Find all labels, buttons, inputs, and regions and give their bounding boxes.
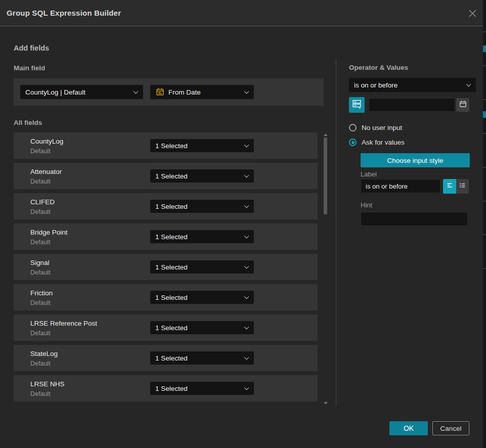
field-selection-value: 1 Selected (155, 142, 188, 150)
main-field-heading: Main field (14, 64, 45, 72)
calendar-icon (459, 100, 467, 110)
radio-ask-for-values[interactable]: Ask for values (349, 139, 405, 146)
field-type: Default (30, 360, 51, 367)
field-selection-dropdown[interactable]: 1 Selected (150, 321, 254, 334)
ok-button[interactable]: OK (389, 421, 428, 435)
dialog-title: Group SQL Expression Builder (7, 0, 121, 26)
field-name: StateLog (30, 350, 58, 357)
field-name: CountyLog (30, 138, 63, 145)
label-caption: Label (361, 170, 377, 178)
field-name: Friction (30, 289, 53, 297)
field-name: Signal (30, 259, 50, 266)
edge-divider (483, 234, 486, 235)
edge-divider (483, 133, 486, 134)
edge-divider (483, 99, 486, 100)
edge-divider (483, 268, 486, 269)
radio-circle-icon (349, 124, 357, 131)
stacked-inputs-icon (351, 99, 362, 111)
chevron-down-icon (244, 294, 249, 299)
date-picker-button[interactable] (456, 98, 469, 112)
chevron-down-icon (244, 355, 249, 360)
scrollbar-down-arrow-icon[interactable] (324, 402, 328, 405)
background-app-edge (483, 0, 486, 448)
field-type: Default (30, 269, 51, 276)
field-selection-value: 1 Selected (155, 354, 188, 362)
field-row: StateLogDefault1 Selected (14, 345, 318, 371)
field-selection-dropdown[interactable]: 1 Selected (150, 382, 254, 395)
label-input[interactable] (361, 179, 440, 193)
field-row: FrictionDefault1 Selected (14, 284, 318, 310)
chevron-down-icon (244, 385, 249, 390)
field-selection-value: 1 Selected (155, 385, 188, 392)
scrollbar-up-arrow-icon[interactable] (324, 133, 328, 136)
hint-input[interactable] (361, 212, 468, 226)
cancel-button[interactable]: Cancel (432, 421, 469, 435)
screen: Group SQL Expression Builder Add fields … (0, 0, 486, 448)
field-row: CLIFEDDefault1 Selected (14, 193, 318, 219)
field-type: Default (30, 330, 51, 337)
all-fields-heading: All fields (14, 119, 42, 126)
edge-divider (483, 167, 486, 168)
field-name: Attenuator (30, 168, 62, 175)
field-selection-value: 1 Selected (155, 263, 188, 271)
field-selection-dropdown[interactable]: 1 Selected (150, 260, 254, 274)
chevron-down-icon (244, 234, 249, 239)
main-field-select-value: From Date (168, 88, 201, 96)
edge-divider (483, 201, 486, 202)
edge-divider (483, 65, 486, 66)
chevron-down-icon (466, 82, 471, 87)
operator-select-value: is on or before (354, 81, 397, 89)
chevron-down-icon (244, 89, 249, 94)
field-name: LRSE Reference Post (30, 320, 97, 327)
field-selection-dropdown[interactable]: 1 Selected (150, 139, 254, 152)
all-fields-list: CountyLogDefault1 SelectedAttenuatorDefa… (14, 132, 318, 406)
operator-select[interactable]: is on or before (349, 78, 476, 92)
chevron-down-icon (244, 203, 249, 208)
input-style-single-button[interactable] (443, 179, 456, 194)
input-type-button[interactable] (349, 97, 365, 113)
chevron-down-icon (244, 325, 249, 330)
field-row: AttenuatorDefault1 Selected (14, 163, 318, 189)
field-row: CountyLogDefault1 Selected (14, 132, 318, 159)
panel-divider (336, 59, 336, 406)
choose-input-style-button[interactable]: Choose input style (361, 153, 470, 167)
field-selection-dropdown[interactable]: 1 Selected (150, 169, 254, 183)
field-selection-value: 1 Selected (155, 324, 188, 332)
close-icon[interactable] (468, 9, 477, 18)
add-fields-heading: Add fields (14, 44, 49, 52)
radio-no-user-input[interactable]: No user input (349, 124, 402, 131)
radio-selected-icon (349, 139, 357, 146)
field-selection-dropdown[interactable]: 1 Selected (150, 291, 254, 304)
field-name: Bridge Point (30, 229, 68, 236)
edge-divider (483, 31, 486, 32)
radio-label: No user input (362, 124, 402, 131)
field-name: CLIFED (30, 198, 55, 206)
input-style-list-button[interactable] (456, 179, 469, 194)
operator-values-heading: Operator & Values (349, 64, 408, 71)
field-row: Bridge PointDefault1 Selected (14, 223, 318, 250)
edge-accent (483, 111, 486, 118)
field-row: SignalDefault1 Selected (14, 254, 318, 280)
fields-scrollbar[interactable] (323, 132, 329, 406)
main-field-select[interactable]: From Date (150, 85, 254, 99)
field-type: Default (30, 148, 51, 155)
field-row: LRSE NHSDefault1 Selected (14, 375, 318, 401)
field-selection-dropdown[interactable]: 1 Selected (150, 351, 254, 365)
field-selection-value: 1 Selected (155, 294, 188, 301)
field-type: Default (30, 178, 51, 185)
field-selection-value: 1 Selected (155, 172, 188, 180)
date-field-icon (156, 87, 164, 98)
chevron-down-icon (134, 89, 139, 94)
field-selection-dropdown[interactable]: 1 Selected (150, 200, 254, 213)
align-left-icon (446, 182, 454, 191)
chevron-down-icon (244, 173, 249, 178)
group-sql-expression-builder-dialog: Group SQL Expression Builder Add fields … (0, 0, 483, 448)
scrollbar-thumb[interactable] (324, 138, 327, 214)
layer-select-value: CountyLog | Default (25, 88, 85, 96)
field-type: Default (30, 208, 51, 215)
field-selection-dropdown[interactable]: 1 Selected (150, 230, 254, 243)
field-type: Default (30, 390, 51, 397)
radio-label: Ask for values (362, 139, 405, 146)
date-value-input[interactable] (369, 98, 455, 112)
layer-select[interactable]: CountyLog | Default (20, 85, 143, 99)
